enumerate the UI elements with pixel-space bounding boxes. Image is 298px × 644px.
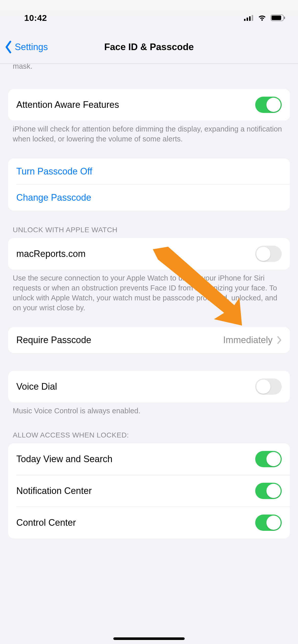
voice-dial-footer: Music Voice Control is always enabled. xyxy=(0,402,298,416)
page-title: Face ID & Passcode xyxy=(104,42,194,52)
voice-dial-label: Voice Dial xyxy=(16,381,57,392)
chevron-right-icon xyxy=(277,336,282,344)
attention-aware-cell[interactable]: Attention Aware Features xyxy=(8,89,290,121)
allow-control-toggle[interactable] xyxy=(255,515,282,531)
svg-point-4 xyxy=(261,19,263,21)
watch-item-toggle[interactable] xyxy=(255,246,282,262)
cellular-icon xyxy=(244,15,254,21)
attention-group: Attention Aware Features xyxy=(8,89,290,121)
voice-dial-group: Voice Dial xyxy=(8,371,290,402)
watch-header: UNLOCK WITH APPLE WATCH xyxy=(0,211,298,238)
allow-today-label: Today View and Search xyxy=(16,454,113,464)
allow-group: Today View and Search Notification Cente… xyxy=(8,443,290,538)
require-passcode-value-wrap: Immediately xyxy=(223,335,282,345)
allow-control-cell[interactable]: Control Center xyxy=(16,507,290,538)
allow-notification-toggle[interactable] xyxy=(255,483,282,499)
require-passcode-cell[interactable]: Require Passcode Immediately xyxy=(8,327,290,353)
watch-group: macReports.com xyxy=(8,238,290,270)
watch-item-label: macReports.com xyxy=(16,248,86,259)
back-label: Settings xyxy=(15,42,48,52)
voice-dial-toggle[interactable] xyxy=(255,378,282,395)
svg-rect-2 xyxy=(249,16,251,21)
allow-control-label: Control Center xyxy=(16,517,76,528)
turn-passcode-off-label: Turn Passcode Off xyxy=(16,166,92,177)
content[interactable]: some sunglasses. Face ID will always req… xyxy=(0,64,298,644)
attention-aware-toggle[interactable] xyxy=(255,97,282,113)
change-passcode-cell[interactable]: Change Passcode xyxy=(16,184,290,211)
svg-rect-3 xyxy=(252,15,253,21)
status-bar: 10:42 xyxy=(0,0,298,31)
svg-rect-1 xyxy=(247,18,248,21)
chevron-left-icon xyxy=(4,41,13,53)
require-group: Require Passcode Immediately xyxy=(8,327,290,353)
watch-item-cell[interactable]: macReports.com xyxy=(8,238,290,270)
prev-footer-fragment: some sunglasses. Face ID will always req… xyxy=(0,64,298,75)
back-button[interactable]: Settings xyxy=(4,41,48,53)
battery-icon xyxy=(270,14,285,21)
allow-notification-label: Notification Center xyxy=(16,486,92,496)
allow-today-toggle[interactable] xyxy=(255,451,282,467)
attention-aware-label: Attention Aware Features xyxy=(16,99,119,110)
status-icons xyxy=(244,14,285,21)
attention-footer: iPhone will check for attention before d… xyxy=(0,121,298,144)
require-passcode-value: Immediately xyxy=(223,335,273,345)
home-indicator[interactable] xyxy=(113,637,185,640)
change-passcode-label: Change Passcode xyxy=(16,192,91,203)
voice-dial-cell[interactable]: Voice Dial xyxy=(8,371,290,402)
svg-rect-7 xyxy=(284,17,285,19)
svg-rect-0 xyxy=(244,19,246,21)
status-time: 10:42 xyxy=(24,13,47,23)
allow-today-cell[interactable]: Today View and Search xyxy=(8,443,290,475)
allow-notification-cell[interactable]: Notification Center xyxy=(16,475,290,507)
passcode-actions-group: Turn Passcode Off Change Passcode xyxy=(8,158,290,211)
wifi-icon xyxy=(258,14,267,21)
watch-footer: Use the secure connection to your Apple … xyxy=(0,270,298,313)
require-passcode-label: Require Passcode xyxy=(16,335,91,345)
allow-header: ALLOW ACCESS WHEN LOCKED: xyxy=(0,416,298,443)
turn-passcode-off-cell[interactable]: Turn Passcode Off xyxy=(8,158,290,184)
nav-bar: Settings Face ID & Passcode xyxy=(0,31,298,64)
svg-rect-6 xyxy=(272,16,281,20)
